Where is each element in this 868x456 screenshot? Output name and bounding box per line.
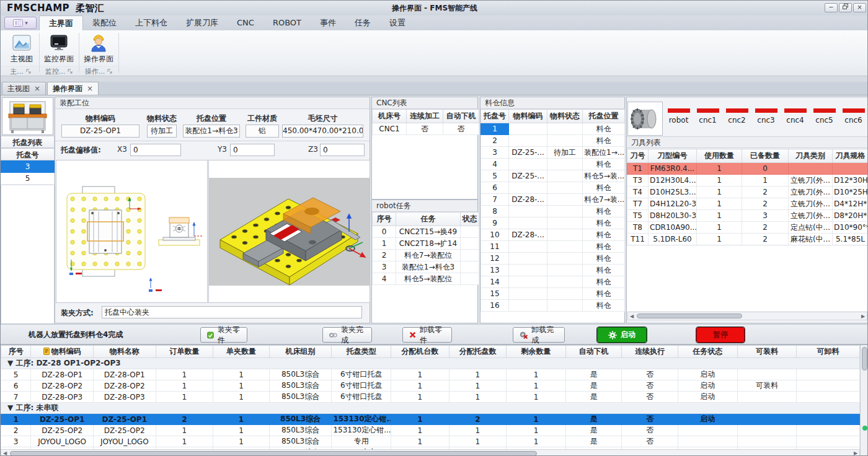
order-group-row[interactable]: ▼ 工序: DZ-28 OP1-OP2-OP3 xyxy=(1,358,860,369)
clamp-part-button[interactable]: 装夹零件 xyxy=(200,327,247,343)
start-button[interactable]: 启动 xyxy=(597,327,647,343)
order-row[interactable]: 1DZ-25-OP1DZ-25-OP121850L3综合153130定心钳...… xyxy=(1,414,860,425)
tab-cnc1[interactable]: cnc1 xyxy=(693,100,722,133)
table-row[interactable]: 7DZ-28-...料仓7→装... xyxy=(481,194,625,206)
table-row[interactable]: 3装配位1→料仓3 xyxy=(373,261,479,273)
close-icon[interactable]: × xyxy=(853,3,866,12)
offset-y-input[interactable]: 0 xyxy=(230,144,275,156)
ribbon-group-monitor[interactable]: 监控... xyxy=(40,66,78,76)
col-tool-no[interactable]: 刀号 xyxy=(627,149,649,163)
unload-done-button[interactable]: 卸载完成 xyxy=(513,327,565,343)
col-pallet-no[interactable]: 托盘号 xyxy=(481,110,509,123)
col-pallet-position[interactable]: 托盘位置 xyxy=(583,110,625,123)
col-task[interactable]: 任务 xyxy=(396,213,461,226)
ribbon-tab-robot[interactable]: ROBOT xyxy=(264,15,311,30)
order-group-row[interactable]: ▼ 工序: 未串联 xyxy=(1,403,860,414)
part-thumbnail[interactable] xyxy=(627,102,663,136)
tab-cnc4[interactable]: cnc4 xyxy=(781,100,810,133)
col-assigned-pallets[interactable]: 分配托盘数 xyxy=(449,346,507,358)
tab-cnc5[interactable]: cnc5 xyxy=(810,100,839,133)
operation-view-button[interactable]: 操作界面 xyxy=(80,32,117,65)
station-thumbnail[interactable] xyxy=(2,97,53,135)
scroll-left-icon[interactable]: ◀ xyxy=(1,450,9,456)
table-row[interactable]: 3DZ-25-...待加工装配位1→... xyxy=(481,147,625,159)
minimize-icon[interactable]: − xyxy=(825,3,838,12)
ribbon-tab-main[interactable]: 主界面 xyxy=(39,15,83,30)
col-order-seq[interactable]: 序号 xyxy=(1,346,31,358)
table-row[interactable]: 10DZ-28-...料仓 xyxy=(481,229,625,241)
table-row[interactable]: 13料仓 xyxy=(481,265,625,276)
table-row[interactable]: T3D12H30L4...11立铣刀(外...D12*30H* xyxy=(627,175,868,186)
table-row[interactable]: 5DZ-25-...料仓5→装... xyxy=(481,170,625,182)
table-row[interactable]: 16料仓 xyxy=(481,300,625,312)
orders-hscrollbar[interactable]: ◀ ▶ xyxy=(1,449,860,456)
pause-button[interactable]: 暂停 xyxy=(696,327,745,343)
col-pallet-type[interactable]: 托盘类型 xyxy=(332,346,391,358)
col-material-code[interactable]: 物料编码 xyxy=(509,110,547,123)
table-row[interactable]: 1料仓 xyxy=(481,123,625,135)
table-row[interactable]: 12料仓 xyxy=(481,253,625,265)
cad-2d-view[interactable] xyxy=(56,160,208,303)
table-row[interactable]: 11料仓 xyxy=(481,241,625,253)
col-machine-group[interactable]: 机床组别 xyxy=(269,346,332,358)
col-clamp-qty[interactable]: 单夹数量 xyxy=(213,346,270,358)
order-row[interactable]: 3JOYOU_LOGOJOYOU_LOGO11850L3综合专用111是否 xyxy=(1,436,860,447)
table-row[interactable]: 0CNC2T15→换49 xyxy=(373,226,479,238)
clamp-method-input[interactable]: 托盘中心装夹 xyxy=(102,306,362,318)
col-state[interactable]: 状态 xyxy=(461,213,479,226)
table-row[interactable]: 8料仓 xyxy=(481,206,625,217)
ribbon-tab-tasks[interactable]: 任务 xyxy=(345,15,380,30)
col-continuous-exec[interactable]: 连续执行 xyxy=(622,346,678,358)
main-view-button[interactable]: 主视图 xyxy=(4,32,39,65)
col-seq[interactable]: 序号 xyxy=(373,213,396,226)
ribbon-tab-loading[interactable]: 上下料仓 xyxy=(126,15,177,30)
order-row[interactable]: 5DZ-28-OP1DZ-28-OP111850L3综合6寸钳口托盘111是否启… xyxy=(1,369,860,380)
table-row[interactable]: T7D4H12L20-3F12立铣刀(外...D4*12H*5 xyxy=(627,198,868,210)
col-remaining-qty[interactable]: 剩余数量 xyxy=(507,346,566,358)
table-row[interactable]: T4D10H25L3...12立铣刀(外...D10*25H* xyxy=(627,186,868,198)
col-auto-unload[interactable]: 自动下机 xyxy=(565,346,622,358)
app-menu-button[interactable]: ▾ xyxy=(4,17,37,29)
table-row[interactable]: 5 xyxy=(1,173,55,185)
ribbon-tab-toolmag[interactable]: 扩展刀库 xyxy=(177,15,228,30)
col-continuous[interactable]: 连续加工 xyxy=(407,110,443,123)
ribbon-tab-settings[interactable]: 设置 xyxy=(380,15,415,30)
tool-list-hscrollbar[interactable]: ◀ ▶ xyxy=(627,312,867,320)
table-row[interactable]: 4料仓 xyxy=(481,159,625,170)
clamp-done-button[interactable]: 装夹完成 xyxy=(322,327,372,343)
table-row[interactable]: T5D8H20L30-3F13立铣刀(外...D8*20H*6 xyxy=(627,210,868,222)
table-row[interactable]: 14料仓 xyxy=(481,276,625,288)
order-row[interactable]: 2DZ-25-OP2DZ-25-OP211850L3综合153130定心钳...… xyxy=(1,425,860,436)
order-row[interactable]: 6DZ-28-OP2DZ-28-OP211850L3综合6寸钳口托盘111是否启… xyxy=(1,380,860,392)
close-icon[interactable]: × xyxy=(87,82,93,95)
table-row[interactable]: 6料仓 xyxy=(481,182,625,194)
col-used-qty[interactable]: 使用数量 xyxy=(697,149,742,163)
restore-icon[interactable] xyxy=(839,3,852,12)
ribbon-group-operation[interactable]: 操作... xyxy=(80,66,117,76)
scroll-right-icon[interactable]: ▶ xyxy=(859,314,867,319)
offset-z-input[interactable]: 0 xyxy=(320,144,365,156)
tab-cnc2[interactable]: cnc2 xyxy=(722,100,751,133)
col-tool-model[interactable]: 刀型编号 xyxy=(649,149,697,163)
scroll-left-icon[interactable]: ◀ xyxy=(628,314,636,319)
table-row[interactable]: 2料仓7→装配位 xyxy=(373,250,479,261)
col-task-status[interactable]: 任务状态 xyxy=(678,346,737,358)
ribbon-tab-assembly[interactable]: 装配位 xyxy=(83,15,126,30)
table-row[interactable]: T8CDR10A90...12定点钻(中...D10*90°* xyxy=(627,222,868,234)
scroll-thumb[interactable] xyxy=(862,347,867,370)
col-assigned-machines[interactable]: 分配机台数 xyxy=(391,346,450,358)
table-row[interactable]: 2料仓 xyxy=(481,135,625,147)
col-tool-spec[interactable]: 刀具规格 xyxy=(833,149,868,163)
tab-cnc3[interactable]: cnc3 xyxy=(751,100,781,133)
table-row[interactable]: T1FM63R0.4...10 xyxy=(627,163,868,175)
cad-3d-view[interactable] xyxy=(208,160,370,303)
doc-tab-operation[interactable]: 操作界面× xyxy=(47,82,99,95)
unload-part-button[interactable]: 卸载零件 xyxy=(402,327,452,343)
close-icon[interactable]: × xyxy=(34,82,40,95)
table-row[interactable]: 4料仓5→装配位 xyxy=(373,273,479,285)
offset-x-input[interactable]: 0 xyxy=(130,144,181,156)
ribbon-tab-cnc[interactable]: CNC xyxy=(228,15,264,30)
ribbon-tab-events[interactable]: 事件 xyxy=(311,15,345,30)
tab-robot[interactable]: robot xyxy=(664,100,693,133)
col-order-material-code[interactable]: 物料编码 xyxy=(31,346,94,358)
